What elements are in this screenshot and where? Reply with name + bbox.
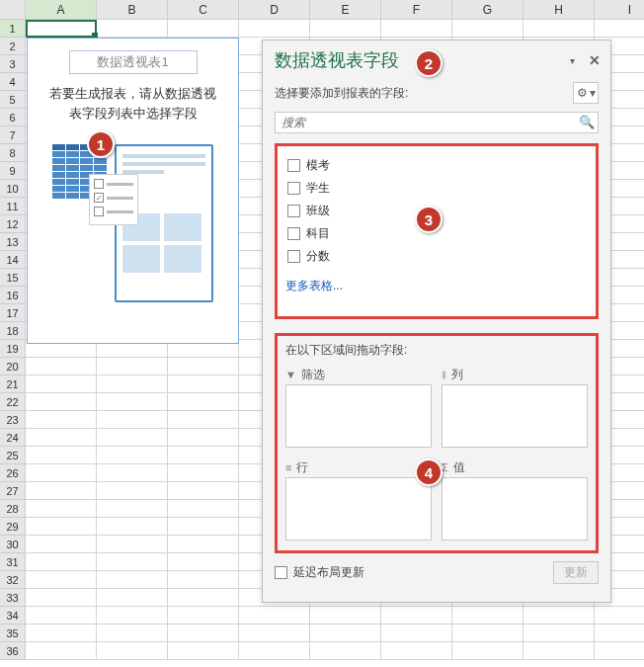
- col-header-B[interactable]: B: [97, 0, 168, 20]
- cell[interactable]: [523, 625, 595, 642]
- cell[interactable]: [381, 625, 452, 642]
- cell[interactable]: [310, 607, 381, 625]
- row-header[interactable]: 33: [0, 589, 26, 607]
- cell[interactable]: [168, 411, 239, 429]
- search-input[interactable]: [275, 112, 599, 133]
- rows-dropzone[interactable]: [285, 477, 432, 541]
- cell[interactable]: [168, 464, 239, 482]
- row-header[interactable]: 2: [0, 38, 26, 55]
- values-area[interactable]: Σ值: [442, 458, 588, 541]
- cell[interactable]: [26, 571, 97, 589]
- cell[interactable]: [26, 429, 97, 447]
- cell[interactable]: [26, 518, 97, 536]
- row-header[interactable]: 20: [0, 358, 26, 375]
- cell[interactable]: [452, 642, 523, 660]
- filter-dropzone[interactable]: [285, 384, 432, 448]
- row-header[interactable]: 26: [0, 464, 26, 482]
- cell[interactable]: [26, 642, 97, 660]
- cell[interactable]: [26, 375, 97, 393]
- rows-area[interactable]: ≡行: [285, 458, 432, 541]
- cell[interactable]: [168, 553, 239, 571]
- cell[interactable]: [381, 642, 452, 660]
- cell[interactable]: [97, 375, 168, 393]
- cell[interactable]: [168, 447, 239, 464]
- pivot-placeholder[interactable]: 数据透视表1 若要生成报表，请从数据透视 表字段列表中选择字段 ✓: [27, 38, 239, 344]
- cell[interactable]: [168, 625, 239, 642]
- cell[interactable]: [168, 571, 239, 589]
- row-header[interactable]: 5: [0, 91, 26, 109]
- cell[interactable]: [97, 393, 168, 411]
- cell[interactable]: [97, 607, 168, 625]
- cell[interactable]: [97, 429, 168, 447]
- cell[interactable]: [97, 518, 168, 536]
- row-header[interactable]: 8: [0, 144, 26, 162]
- row-header[interactable]: 19: [0, 340, 26, 358]
- row-header[interactable]: 29: [0, 518, 26, 536]
- row-header[interactable]: 23: [0, 411, 26, 429]
- row-header[interactable]: 34: [0, 607, 26, 625]
- cell[interactable]: [97, 625, 168, 642]
- cell[interactable]: [310, 642, 381, 660]
- cell[interactable]: [97, 642, 168, 660]
- cell[interactable]: [239, 20, 310, 38]
- cell[interactable]: [97, 482, 168, 500]
- cell[interactable]: [168, 589, 239, 607]
- checkbox[interactable]: [287, 182, 300, 195]
- cell[interactable]: [97, 536, 168, 553]
- filter-area[interactable]: ▼筛选: [285, 365, 432, 448]
- row-header[interactable]: 36: [0, 642, 26, 660]
- cell[interactable]: [168, 20, 239, 38]
- field-item[interactable]: 分数: [285, 245, 588, 268]
- cell[interactable]: [26, 411, 97, 429]
- cell[interactable]: [97, 447, 168, 464]
- row-header[interactable]: 10: [0, 180, 26, 198]
- cell[interactable]: [168, 536, 239, 553]
- cell[interactable]: [97, 20, 168, 38]
- cell[interactable]: [452, 607, 523, 625]
- row-header[interactable]: 25: [0, 447, 26, 464]
- cell[interactable]: [168, 393, 239, 411]
- cell[interactable]: [97, 589, 168, 607]
- row-header[interactable]: 31: [0, 553, 26, 571]
- cell[interactable]: [26, 607, 97, 625]
- cell[interactable]: [452, 20, 523, 38]
- col-header-F[interactable]: F: [381, 0, 452, 20]
- row-header[interactable]: 14: [0, 251, 26, 269]
- row-header[interactable]: 12: [0, 215, 26, 233]
- row-header[interactable]: 24: [0, 429, 26, 447]
- field-item[interactable]: 模考: [285, 154, 588, 177]
- row-header[interactable]: 22: [0, 393, 26, 411]
- row-header[interactable]: 15: [0, 269, 26, 287]
- row-header[interactable]: 9: [0, 162, 26, 180]
- row-header[interactable]: 35: [0, 625, 26, 642]
- cell[interactable]: [97, 553, 168, 571]
- cell[interactable]: [595, 20, 644, 38]
- row-header[interactable]: 11: [0, 198, 26, 215]
- cell[interactable]: [523, 20, 595, 38]
- checkbox[interactable]: [287, 159, 300, 172]
- row-header[interactable]: 4: [0, 73, 26, 91]
- row-header[interactable]: 18: [0, 322, 26, 340]
- col-header-I[interactable]: I: [595, 0, 644, 20]
- checkbox[interactable]: [287, 250, 300, 263]
- cell[interactable]: [97, 500, 168, 518]
- col-header-E[interactable]: E: [310, 0, 381, 20]
- cell[interactable]: [168, 518, 239, 536]
- cell[interactable]: [523, 607, 595, 625]
- cell[interactable]: [381, 607, 452, 625]
- cell[interactable]: [523, 642, 595, 660]
- row-header[interactable]: 17: [0, 304, 26, 322]
- cell[interactable]: [26, 482, 97, 500]
- row-header[interactable]: 1: [0, 20, 26, 38]
- columns-area[interactable]: ⦀列: [442, 365, 588, 448]
- checkbox[interactable]: [287, 205, 300, 217]
- layout-options-button[interactable]: ⚙ ▾: [573, 82, 599, 104]
- cell[interactable]: [168, 375, 239, 393]
- cell[interactable]: [26, 20, 97, 38]
- cell[interactable]: [310, 625, 381, 642]
- col-header-D[interactable]: D: [239, 0, 310, 20]
- cell[interactable]: [26, 589, 97, 607]
- cell[interactable]: [26, 447, 97, 464]
- field-item[interactable]: 学生: [285, 177, 588, 200]
- cell[interactable]: [26, 464, 97, 482]
